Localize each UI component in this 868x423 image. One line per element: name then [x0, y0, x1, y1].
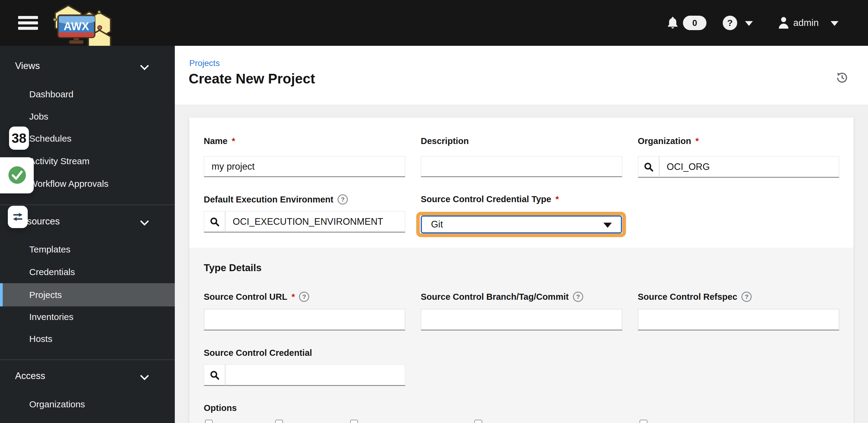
- nav-toggle-hamburger-icon[interactable]: [18, 16, 38, 30]
- help-circle-icon[interactable]: ?: [741, 292, 752, 302]
- default-execution-environment-label: Default Execution Environment ?: [204, 194, 405, 204]
- notification-count-badge[interactable]: 0: [683, 16, 707, 30]
- success-check-icon: [8, 166, 26, 184]
- sidebar-item-dashboard[interactable]: Dashboard: [0, 83, 175, 105]
- organization-input[interactable]: [659, 156, 839, 178]
- svg-text:AWX: AWX: [64, 20, 89, 33]
- scm-credential-type-label: Source Control Credential Type*: [421, 194, 622, 204]
- awx-app: AWX 0 ? admin Views Dashboard Jobs Sched…: [0, 0, 868, 423]
- sidebar-item-organizations[interactable]: Organizations: [0, 393, 175, 416]
- required-asterisk: *: [232, 136, 235, 146]
- page-header: Projects Create New Project: [175, 46, 868, 104]
- description-input[interactable]: [421, 156, 622, 177]
- option-checkbox[interactable]: [275, 420, 283, 423]
- help-circle-icon[interactable]: ?: [299, 292, 309, 302]
- required-asterisk: *: [291, 292, 295, 302]
- nav-group-access[interactable]: Access: [15, 365, 45, 387]
- scm-credential-search-button[interactable]: [204, 364, 225, 386]
- sidebar-item-credentials[interactable]: Credentials: [0, 261, 175, 283]
- default-execution-environment-input[interactable]: [225, 211, 405, 233]
- type-details-title: Type Details: [204, 262, 261, 273]
- description-label: Description: [421, 136, 622, 146]
- scm-branch-label: Source Control Branch/Tag/Commit ?: [421, 292, 622, 302]
- option-checkbox[interactable]: [474, 420, 482, 423]
- sidebar-item-jobs[interactable]: Jobs: [0, 105, 175, 128]
- search-icon: [209, 370, 220, 381]
- option-checkbox[interactable]: [640, 420, 647, 423]
- user-avatar-icon[interactable]: [776, 15, 791, 30]
- organization-label: Organization*: [638, 136, 839, 146]
- history-icon[interactable]: [834, 69, 850, 86]
- notifications-bell-icon[interactable]: [665, 16, 680, 30]
- scm-credential-type-value: Git: [431, 219, 443, 230]
- name-input[interactable]: [204, 156, 405, 177]
- option-checkbox[interactable]: [205, 420, 213, 423]
- awx-logo[interactable]: AWX: [44, 1, 117, 46]
- help-icon[interactable]: ?: [723, 16, 737, 30]
- chevron-down-icon[interactable]: [141, 218, 148, 225]
- page-title: Create New Project: [189, 70, 315, 87]
- user-menu-caret-icon[interactable]: [831, 21, 838, 26]
- nav-group-views[interactable]: Views: [15, 55, 40, 77]
- sidebar-item-hosts[interactable]: Hosts: [0, 328, 175, 350]
- scm-credential-label: Source Control Credential: [204, 348, 405, 358]
- scm-branch-input[interactable]: [421, 309, 622, 330]
- scm-credential-input[interactable]: [225, 364, 405, 386]
- organization-search-button[interactable]: [638, 156, 659, 178]
- username-label: admin: [793, 0, 818, 46]
- sidebar-divider: [0, 359, 175, 360]
- help-menu-caret-icon[interactable]: [745, 21, 753, 26]
- scm-refspec-label: Source Control Refspec ?: [638, 292, 839, 302]
- chevron-down-icon[interactable]: [141, 372, 148, 380]
- sidebar-item-templates[interactable]: Templates: [0, 238, 175, 261]
- select-caret-down-icon: [603, 223, 612, 228]
- create-project-form-card: Name* Description Organization*: [189, 118, 854, 423]
- scm-url-label: Source Control URL* ?: [204, 292, 405, 302]
- required-asterisk: *: [695, 136, 699, 146]
- type-details-section: Type Details Source Control URL* ? Sourc…: [189, 248, 854, 423]
- topbar-right-toolbar: 0 ? admin: [657, 0, 868, 46]
- option-checkbox[interactable]: [350, 420, 358, 423]
- count-overlay-badge: 38: [9, 127, 29, 150]
- sidebar-nav: Views Dashboard Jobs Schedules Activity …: [0, 46, 175, 423]
- required-asterisk: *: [555, 194, 559, 204]
- breadcrumb-projects-link[interactable]: Projects: [189, 59, 220, 68]
- success-overlay-badge: [0, 157, 34, 193]
- name-label: Name*: [204, 136, 405, 146]
- search-icon: [643, 161, 654, 172]
- search-icon: [209, 216, 220, 227]
- help-circle-icon[interactable]: ?: [338, 194, 348, 204]
- sidebar-divider: [0, 204, 175, 205]
- help-circle-icon[interactable]: ?: [573, 292, 583, 302]
- top-navbar: AWX 0 ? admin: [0, 0, 868, 46]
- scm-refspec-input[interactable]: [638, 309, 839, 330]
- sidebar-item-inventories[interactable]: Inventories: [0, 306, 175, 328]
- execution-environment-search-button[interactable]: [204, 211, 225, 233]
- swap-overlay-badge: [8, 206, 28, 228]
- chevron-down-icon[interactable]: [141, 62, 148, 70]
- scm-credential-type-select[interactable]: Git: [421, 216, 622, 233]
- swap-arrows-icon: [11, 210, 24, 224]
- options-label: Options: [204, 403, 405, 413]
- scm-url-input[interactable]: [204, 309, 405, 330]
- sidebar-item-projects[interactable]: Projects: [0, 283, 175, 306]
